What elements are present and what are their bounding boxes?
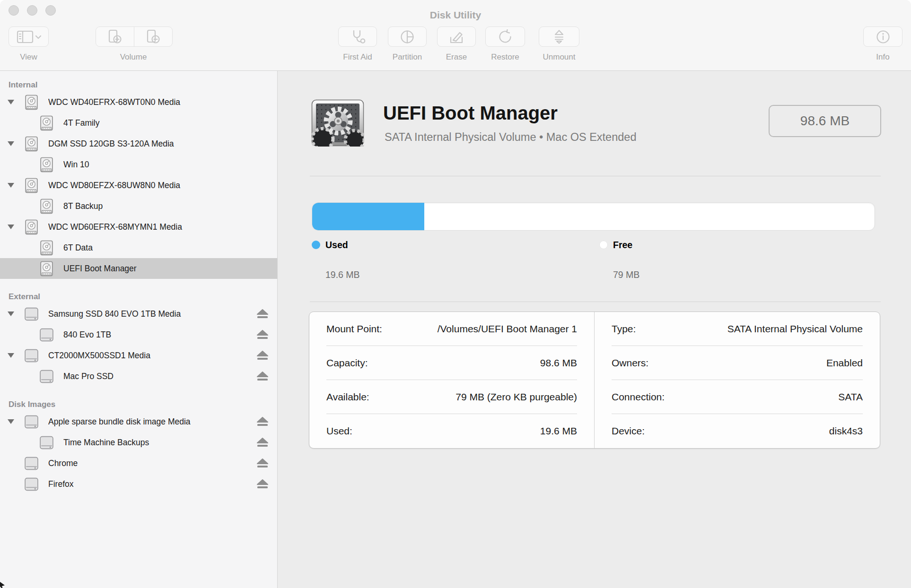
sidebar-item-wdc-wd80efzx[interactable]: WDC WD80EFZX-68UW8N0 Media xyxy=(0,175,277,196)
window-title: Disk Utility xyxy=(0,9,911,21)
details-right-column: Type: SATA Internal Physical Volume Owne… xyxy=(595,312,880,448)
disk-image-icon xyxy=(24,415,40,429)
restore-icon xyxy=(497,29,513,44)
sidebar-item-8t-backup[interactable]: 8T Backup xyxy=(0,196,277,216)
disclosure-triangle-icon[interactable] xyxy=(8,311,14,316)
info-label: Info xyxy=(863,52,902,62)
unmount-label: Unmount xyxy=(533,52,586,62)
partition-label: Partition xyxy=(381,52,434,62)
external-disk-icon xyxy=(39,328,55,342)
disclosure-triangle-icon[interactable] xyxy=(8,100,14,104)
disk-utility-window: Disk Utility View xyxy=(0,0,911,588)
detail-row-type: Type: SATA Internal Physical Volume xyxy=(612,312,863,346)
unmount-icon xyxy=(551,29,567,44)
volume-label: Volume xyxy=(96,52,171,62)
chevron-down-icon xyxy=(36,36,41,38)
info-icon xyxy=(876,29,891,44)
sidebar-item-firefox[interactable]: Firefox xyxy=(0,474,277,494)
sidebar-item-4t-family[interactable]: 4T Family xyxy=(0,112,277,133)
eject-button[interactable] xyxy=(255,351,270,360)
detail-row-owners: Owners: Enabled xyxy=(612,346,863,380)
eject-button[interactable] xyxy=(255,458,270,468)
sidebar-section-internal: Internal xyxy=(0,78,277,92)
volume-details-card: Mount Point: /Volumes/UEFI Boot Manager … xyxy=(309,311,880,449)
used-legend-dot xyxy=(312,241,320,249)
sidebar-item-mac-pro-ssd[interactable]: Mac Pro SSD xyxy=(0,366,277,387)
erase-label: Erase xyxy=(430,52,483,62)
first-aid-button[interactable] xyxy=(338,26,377,47)
detail-row-connection: Connection: SATA xyxy=(612,380,863,414)
used-legend-value: 19.6 MB xyxy=(325,269,360,280)
disk-image-icon xyxy=(39,435,55,450)
external-disk-icon xyxy=(24,348,40,363)
eject-button[interactable] xyxy=(255,330,270,339)
view-button[interactable] xyxy=(9,26,49,47)
free-legend-label: Free xyxy=(613,240,632,251)
internal-disk-icon xyxy=(39,115,55,131)
external-disk-icon xyxy=(24,307,40,321)
disclosure-spacer xyxy=(8,482,14,486)
disclosure-triangle-icon[interactable] xyxy=(8,183,14,188)
disclosure-triangle-icon[interactable] xyxy=(8,225,14,229)
free-legend-value: 79 MB xyxy=(613,269,639,280)
separator xyxy=(310,176,881,176)
sidebar-section-external: External xyxy=(0,290,277,303)
eject-button[interactable] xyxy=(255,438,270,447)
sidebar-item-dgm-ssd[interactable]: DGM SSD 120GB S3-120A Media xyxy=(0,133,277,154)
internal-disk-icon xyxy=(24,136,40,152)
internal-disk-icon xyxy=(39,157,55,173)
free-legend-dot xyxy=(599,241,608,249)
partition-icon xyxy=(399,29,415,44)
add-volume-icon xyxy=(107,29,123,44)
size-badge: 98.6 MB xyxy=(769,105,881,137)
sidebar-view-icon xyxy=(17,30,41,44)
internal-disk-icon xyxy=(39,240,55,256)
eject-button[interactable] xyxy=(255,417,270,426)
internal-disk-icon xyxy=(39,199,55,214)
sidebar-item-apple-sparse-bundle[interactable]: Apple sparse bundle disk image Media xyxy=(0,411,277,432)
partition-button[interactable] xyxy=(388,26,427,47)
external-disk-icon xyxy=(39,369,55,384)
sidebar-item-wdc-wd60efrx[interactable]: WDC WD60EFRX-68MYMN1 Media xyxy=(0,216,277,237)
internal-disk-icon xyxy=(39,261,55,277)
unmount-button[interactable] xyxy=(539,26,579,47)
detail-row-used: Used: 19.6 MB xyxy=(326,414,577,448)
restore-button[interactable] xyxy=(485,26,525,47)
volume-title: UEFI Boot Manager xyxy=(383,102,558,124)
sidebar-item-wdc-wd40efrx[interactable]: WDC WD40EFRX-68WT0N0 Media xyxy=(0,92,277,112)
delete-volume-button[interactable] xyxy=(134,27,172,46)
first-aid-label: First Aid xyxy=(331,52,384,62)
disclosure-triangle-icon[interactable] xyxy=(8,353,14,358)
erase-button[interactable] xyxy=(437,26,476,47)
eject-button[interactable] xyxy=(255,309,270,319)
add-volume-button[interactable] xyxy=(96,27,134,46)
internal-disk-icon xyxy=(24,219,40,235)
detail-row-capacity: Capacity: 98.6 MB xyxy=(326,346,577,380)
titlebar-toolbar: Disk Utility View xyxy=(0,0,911,71)
sidebar-item-samsung-ssd-840[interactable]: Samsung SSD 840 EVO 1TB Media xyxy=(0,303,277,324)
volume-gears-icon xyxy=(311,99,364,147)
separator xyxy=(310,302,881,302)
internal-disk-icon xyxy=(24,178,40,193)
usage-bar-used xyxy=(312,203,424,230)
main-content: UEFI Boot Manager SATA Internal Physical… xyxy=(278,71,911,588)
sidebar-item-840-evo-1tb[interactable]: 840 Evo 1TB xyxy=(0,324,277,345)
delete-volume-icon xyxy=(145,29,161,44)
eject-button[interactable] xyxy=(255,372,270,381)
eject-button[interactable] xyxy=(255,479,270,489)
disclosure-triangle-icon[interactable] xyxy=(8,419,14,424)
disclosure-spacer xyxy=(8,461,14,466)
disclosure-triangle-icon[interactable] xyxy=(8,141,14,146)
info-button[interactable] xyxy=(863,26,902,47)
sidebar-item-win-10[interactable]: Win 10 xyxy=(0,154,277,175)
usage-bar xyxy=(312,202,875,231)
stethoscope-icon xyxy=(349,29,366,44)
sidebar-item-time-machine-backups[interactable]: Time Machine Backups xyxy=(0,432,277,453)
sidebar-item-6t-data[interactable]: 6T Data xyxy=(0,237,277,258)
sidebar-item-chrome[interactable]: Chrome xyxy=(0,453,277,474)
sidebar-item-uefi-boot-manager[interactable]: UEFI Boot Manager xyxy=(0,258,277,279)
details-left-column: Mount Point: /Volumes/UEFI Boot Manager … xyxy=(309,312,595,448)
detail-row-mount-point: Mount Point: /Volumes/UEFI Boot Manager … xyxy=(326,312,577,346)
sidebar-item-ct2000mx500[interactable]: CT2000MX500SSD1 Media xyxy=(0,345,277,366)
view-label: View xyxy=(9,52,49,62)
